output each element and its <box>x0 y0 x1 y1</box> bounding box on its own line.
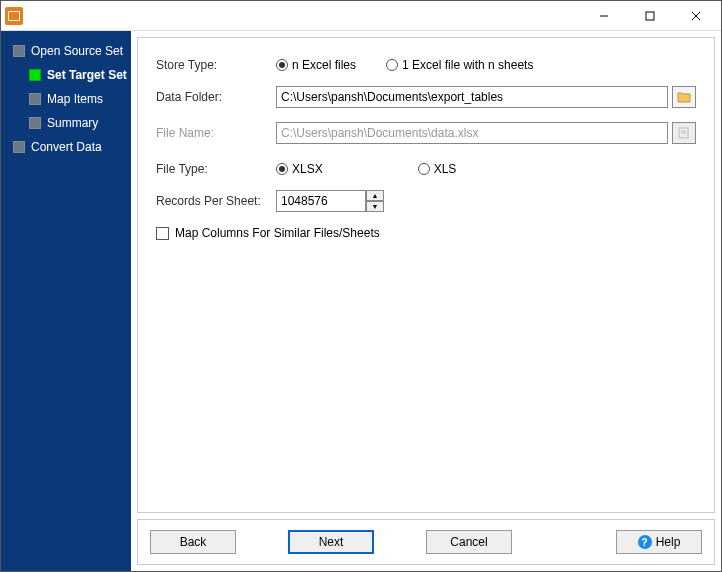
radio-n-excel-files[interactable]: n Excel files <box>276 58 356 72</box>
radio-one-excel-file[interactable]: 1 Excel file with n sheets <box>386 58 533 72</box>
step-label: Open Source Set <box>31 44 123 58</box>
browse-folder-button[interactable] <box>672 86 696 108</box>
spinner-up-button[interactable]: ▲ <box>366 190 384 201</box>
records-per-sheet-input[interactable] <box>276 190 366 212</box>
step-node-icon <box>29 69 41 81</box>
radio-label: n Excel files <box>292 58 356 72</box>
next-button[interactable]: Next <box>288 530 374 554</box>
checkbox-icon <box>156 227 169 240</box>
wizard-sidebar: Open Source Set Set Target Set Map Items… <box>1 31 131 571</box>
step-convert-data[interactable]: Convert Data <box>1 135 131 159</box>
radio-label: 1 Excel file with n sheets <box>402 58 533 72</box>
checkbox-label: Map Columns For Similar Files/Sheets <box>175 226 380 240</box>
browse-file-button <box>672 122 696 144</box>
step-node-icon <box>13 141 25 153</box>
file-name-input <box>276 122 668 144</box>
help-icon: ? <box>638 535 652 549</box>
close-button[interactable] <box>673 2 719 30</box>
minimize-icon <box>599 11 609 21</box>
step-label: Set Target Set <box>47 68 127 82</box>
radio-xls[interactable]: XLS <box>418 162 457 176</box>
button-bar: Back Next Cancel ? Help <box>137 519 715 565</box>
step-label: Map Items <box>47 92 103 106</box>
minimize-button[interactable] <box>581 2 627 30</box>
step-label: Summary <box>47 116 98 130</box>
cancel-button[interactable]: Cancel <box>426 530 512 554</box>
radio-label: XLSX <box>292 162 323 176</box>
step-set-target-set[interactable]: Set Target Set <box>1 63 131 87</box>
step-summary[interactable]: Summary <box>1 111 131 135</box>
help-button[interactable]: ? Help <box>616 530 702 554</box>
folder-icon <box>677 91 691 103</box>
maximize-button[interactable] <box>627 2 673 30</box>
step-node-icon <box>29 93 41 105</box>
step-node-icon <box>13 45 25 57</box>
radio-label: XLS <box>434 162 457 176</box>
svg-rect-1 <box>646 12 654 20</box>
maximize-icon <box>645 11 655 21</box>
step-label: Convert Data <box>31 140 102 154</box>
titlebar <box>1 1 721 31</box>
store-type-label: Store Type: <box>156 58 276 72</box>
spinner-down-button[interactable]: ▼ <box>366 201 384 212</box>
records-per-sheet-label: Records Per Sheet: <box>156 194 276 208</box>
step-open-source-set[interactable]: Open Source Set <box>1 39 131 63</box>
file-icon <box>677 127 691 139</box>
map-columns-checkbox[interactable]: Map Columns For Similar Files/Sheets <box>156 226 696 240</box>
app-window: Open Source Set Set Target Set Map Items… <box>0 0 722 572</box>
step-map-items[interactable]: Map Items <box>1 87 131 111</box>
app-icon <box>5 7 23 25</box>
data-folder-input[interactable] <box>276 86 668 108</box>
radio-indicator-icon <box>276 163 288 175</box>
radio-indicator-icon <box>386 59 398 71</box>
radio-indicator-icon <box>418 163 430 175</box>
close-icon <box>691 11 701 21</box>
file-name-label: File Name: <box>156 126 276 140</box>
radio-xlsx[interactable]: XLSX <box>276 162 323 176</box>
data-folder-label: Data Folder: <box>156 90 276 104</box>
form-panel: Store Type: n Excel files 1 Excel file w… <box>137 37 715 513</box>
file-type-label: File Type: <box>156 162 276 176</box>
radio-indicator-icon <box>276 59 288 71</box>
back-button[interactable]: Back <box>150 530 236 554</box>
step-node-icon <box>29 117 41 129</box>
